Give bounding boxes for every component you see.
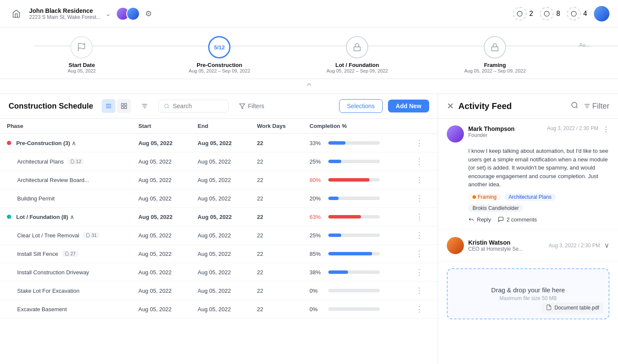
phase-completion-lot: 63% (303, 208, 407, 226)
task-start-silt-fence: Aug 05, 2022 (131, 245, 191, 263)
phase-label-preconstruction: Pre-Construction (3) (16, 140, 70, 146)
timeline-date-preconstruction: Aug 05, 2022 – Sep 09, 2022 (189, 68, 250, 73)
tag-framing: Framing (468, 193, 501, 201)
reply-button-mark[interactable]: Reply (468, 216, 491, 223)
task-menu-stake-lot[interactable]: ⋮ (414, 286, 425, 295)
phase-dot-teal (7, 215, 11, 219)
drop-zone-text: Drag & drop your file here (491, 286, 565, 294)
timeline-label-framing: Framing (484, 62, 506, 68)
task-menu-excavate-basement[interactable]: ⋮ (414, 304, 425, 314)
activity-feed-actions: Filter (571, 101, 609, 111)
progress-bar-container-preconstruction (328, 141, 380, 145)
task-start-architectural-plans: Aug 05, 2022 (131, 152, 191, 171)
task-start-excavate-basement: Aug 05, 2022 (131, 300, 191, 318)
task-end-silt-fence: Aug 05, 2022 (191, 245, 250, 263)
home-icon[interactable] (9, 6, 24, 21)
task-workdays-silt-fence: 22 (250, 245, 303, 263)
activity-search-button[interactable] (571, 101, 579, 111)
pct-lot: 63% (309, 214, 325, 220)
notification-badge-1[interactable]: 2 (513, 7, 533, 21)
task-menu-architectural-plans[interactable]: ⋮ (414, 157, 425, 166)
timeline-node-preconstruction: 5/12 (208, 36, 230, 58)
selections-button[interactable]: Selections (339, 99, 383, 113)
user-avatar[interactable] (594, 6, 609, 21)
expand-kristin-button[interactable]: ∨ (604, 241, 609, 249)
svg-point-0 (517, 11, 522, 16)
task-menu-building-permit[interactable]: ⋮ (414, 194, 425, 203)
avatar-2 (126, 7, 140, 21)
project-switcher-button[interactable]: ⌄ (106, 10, 111, 17)
pb-container-dw (328, 270, 380, 274)
activity-item-header-mark: Mark Thompson Founder Aug 3, 2022 / 2:30… (447, 125, 609, 143)
task-start-building-permit: Aug 05, 2022 (131, 189, 191, 208)
document-icon (546, 304, 552, 310)
svg-point-1 (544, 11, 549, 16)
activity-body-mark: I know I keep talking about automation, … (447, 147, 609, 189)
pb-rb (328, 178, 370, 182)
svg-line-20 (576, 106, 577, 108)
task-row-excavate-basement: Excavate Basement Aug 05, 2022 Aug 05, 2… (0, 300, 438, 318)
task-completion-stake-lot: 0% (303, 282, 407, 300)
phase-collapse-lot[interactable]: ∧ (70, 214, 74, 220)
pct-silt-fence: 85% (309, 251, 325, 257)
task-menu-clear-lot[interactable]: ⋮ (414, 231, 425, 240)
notification-badge-2[interactable]: 8 (540, 7, 560, 21)
comments-button-mark[interactable]: 2 comments (498, 216, 537, 223)
task-end-stake-lot: Aug 05, 2022 (191, 282, 250, 300)
activity-filter-button[interactable]: Filter (584, 102, 609, 111)
task-completion-excavate-basement: 0% (303, 300, 407, 318)
pct-building-permit: 20% (309, 195, 325, 202)
task-start-review-board: Aug 05, 2022 (131, 171, 191, 189)
activity-item-kristin: Kristin Watson CEO at Homestyle Se... Au… (438, 230, 618, 261)
grid-view-button[interactable] (117, 99, 131, 113)
filters-button[interactable]: Filters (234, 100, 270, 112)
task-menu-silt-fence[interactable]: ⋮ (414, 249, 425, 258)
header-left: John Black Residence 2223 S Main St, Wak… (9, 6, 152, 21)
project-info: John Black Residence 2223 S Main St, Wak… (29, 7, 100, 20)
task-label-stake-lot: Stake Lot For Excavation (7, 288, 79, 294)
task-label-clear-lot: Clear Lot / Tree Removal (7, 232, 79, 239)
tag-architectural-plans: Architectural Plans (504, 193, 556, 201)
timeline-collapse[interactable] (0, 79, 618, 94)
main-layout: Construction Schedule (0, 94, 618, 364)
pb-lot (328, 215, 361, 218)
timeline-item-lot: Lot / Foundation Aug 05, 2022 – Sep 09, … (288, 36, 426, 79)
timeline-date-start: Aug 05, 2022 (68, 68, 96, 73)
list-view-button[interactable] (102, 99, 115, 113)
timeline-label-preconstruction: Pre-Construction (197, 62, 242, 68)
task-name-building-permit: Building Permit (0, 189, 131, 208)
timeline-node-start (70, 36, 93, 58)
left-panel: Construction Schedule (0, 94, 438, 364)
collapse-timeline-button[interactable] (305, 81, 313, 90)
task-row-review-board: Architectural Review Board... Aug 05, 20… (0, 171, 438, 189)
task-label-excavate-basement: Excavate Basement (7, 306, 67, 312)
close-activity-feed-button[interactable]: ✕ (447, 101, 454, 111)
activity-more-mark[interactable]: ⋮ (603, 125, 609, 133)
task-menu-review-board[interactable]: ⋮ (414, 175, 425, 185)
task-completion-driveway: 38% (303, 263, 407, 282)
schedule-title: Construction Schedule (9, 102, 93, 111)
svg-rect-9 (121, 103, 124, 106)
task-row-clear-lot: Clear Lot / Tree Removal 31 Aug 05, 2022… (0, 226, 438, 245)
notification-badge-3[interactable]: 4 (567, 7, 587, 21)
notif-circle-2 (540, 7, 554, 21)
task-menu-driveway[interactable]: ⋮ (414, 267, 425, 277)
settings-gear-icon[interactable]: ⚙ (145, 9, 152, 18)
construction-schedule-table: Phase Start End Work Days Completion % P… (0, 118, 438, 318)
add-new-button[interactable]: Add New (388, 100, 429, 112)
svg-point-16 (165, 104, 168, 107)
phase-start-lot: Aug 05, 2022 (131, 208, 191, 226)
search-input[interactable] (173, 103, 223, 109)
phase-menu-lot[interactable]: ⋮ (414, 212, 425, 221)
drop-zone[interactable]: Drag & drop your file here Maximum file … (447, 268, 609, 319)
task-row-silt-fence: Install Silt Fence 27 Aug 05, 2022 Aug 0… (0, 245, 438, 263)
task-workdays-architectural-plans: 22 (250, 152, 303, 171)
activity-item-header-kristin: Kristin Watson CEO at Homestyle Se... Au… (447, 237, 609, 254)
sort-filter-button[interactable] (136, 100, 153, 112)
phase-collapse-preconstruction[interactable]: ∧ (72, 140, 76, 146)
file-chip: Document table.pdf (542, 303, 603, 313)
timeline-label-lot: Lot / Foundation (335, 62, 379, 68)
phase-label-lot: Lot / Foundation (8) (16, 214, 68, 220)
phase-menu-preconstruction[interactable]: ⋮ (414, 138, 425, 148)
notif-circle-3 (567, 7, 581, 21)
